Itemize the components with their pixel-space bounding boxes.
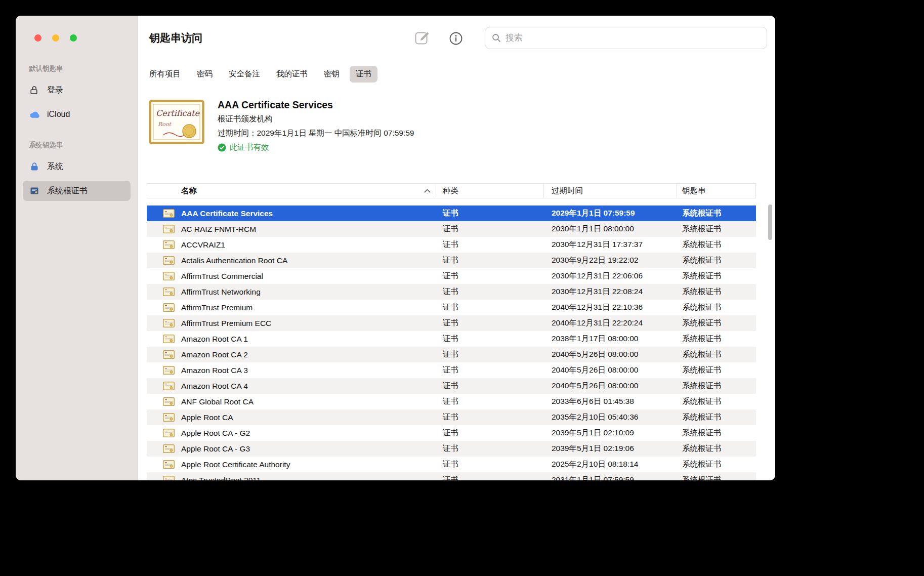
unlocked-padlock-icon: [29, 85, 40, 95]
row-name-cell: AC RAIZ FNMT-RCM: [147, 225, 436, 234]
row-name: AffirmTrust Premium ECC: [181, 319, 271, 328]
tab-all-items[interactable]: 所有项目: [143, 66, 187, 83]
table-row[interactable]: AffirmTrust Premium ECC 证书 2040年12月31日 2…: [147, 315, 756, 331]
certificate-detail-text: AAA Certificate Services 根证书颁发机构 过期时间：20…: [218, 98, 414, 154]
table-row[interactable]: AffirmTrust Premium 证书 2040年12月31日 22:10…: [147, 300, 756, 315]
row-name: AC RAIZ FNMT-RCM: [181, 225, 256, 234]
table-header: 名称 种类 过期时间 钥匙串: [147, 183, 756, 198]
row-kind: 证书: [436, 396, 544, 407]
row-name-cell: Apple Root CA - G2: [147, 429, 436, 438]
column-header-name[interactable]: 名称: [147, 184, 436, 198]
column-header-label: 种类: [443, 186, 458, 196]
row-kind: 证书: [436, 208, 544, 219]
table-row[interactable]: Amazon Root CA 3 证书 2040年5月26日 08:00:00 …: [147, 362, 756, 378]
sidebar-item-system[interactable]: 系统: [23, 156, 131, 177]
table-row[interactable]: Apple Root Certificate Authority 证书 2025…: [147, 457, 756, 472]
sidebar-item-label: iCloud: [47, 110, 70, 119]
row-name: ANF Global Root CA: [181, 397, 254, 406]
row-name: Amazon Root CA 2: [181, 350, 248, 359]
sidebar-item-label: 系统: [47, 161, 63, 172]
tab-secure-notes[interactable]: 安全备注: [223, 66, 266, 83]
row-expiry: 2029年1月1日 07:59:59: [544, 208, 677, 219]
certificate-icon: [163, 303, 175, 312]
row-keychain: 系统根证书: [677, 318, 756, 328]
search-field: [485, 27, 767, 49]
page-title: 钥匙串访问: [149, 31, 202, 45]
certificate-icon: [163, 397, 175, 406]
table-row[interactable]: Apple Root CA - G3 证书 2039年5月1日 02:19:06…: [147, 441, 756, 457]
table-row[interactable]: AffirmTrust Commercial 证书 2030年12月31日 22…: [147, 268, 756, 284]
certificate-icon: [29, 186, 40, 196]
locked-padlock-icon: [29, 161, 40, 172]
table-row[interactable]: ANF Global Root CA 证书 2033年6月6日 01:45:38…: [147, 394, 756, 409]
certificate-icon: [163, 476, 175, 480]
table-row[interactable]: AAA Certificate Services 证书 2029年1月1日 07…: [147, 205, 756, 221]
keychain-access-window: 默认钥匙串 登录: [16, 16, 775, 480]
tab-keys[interactable]: 密钥: [318, 66, 346, 83]
column-header-keychain[interactable]: 钥匙串: [677, 184, 756, 198]
table-row[interactable]: Amazon Root CA 1 证书 2038年1月17日 08:00:00 …: [147, 331, 756, 347]
row-kind: 证书: [436, 318, 544, 328]
row-name-cell: AffirmTrust Premium ECC: [147, 319, 436, 328]
row-name-cell: ANF Global Root CA: [147, 397, 436, 406]
scrollbar-thumb[interactable]: [768, 204, 772, 240]
table-row[interactable]: Atos TrustedRoot 2011 证书 2031年1月1日 07:59…: [147, 472, 756, 480]
certificate-icon: [163, 319, 175, 327]
zoom-button[interactable]: [70, 34, 77, 42]
column-header-kind[interactable]: 种类: [436, 184, 544, 198]
table-row[interactable]: Amazon Root CA 4 证书 2040年5月26日 08:00:00 …: [147, 378, 756, 394]
row-kind: 证书: [436, 255, 544, 266]
certificate-icon: [163, 209, 175, 218]
compose-button[interactable]: [415, 30, 430, 45]
row-expiry: 2030年9月22日 19:22:02: [544, 255, 677, 266]
tab-passwords[interactable]: 密码: [191, 66, 219, 83]
certificate-expiry: 过期时间：2029年1月1日 星期一 中国标准时间 07:59:59: [218, 126, 414, 140]
row-name: Atos TrustedRoot 2011: [181, 476, 261, 481]
table-row[interactable]: ACCVRAIZ1 证书 2030年12月31日 17:37:37 系统根证书: [147, 237, 756, 253]
row-kind: 证书: [436, 365, 544, 376]
table-row[interactable]: AC RAIZ FNMT-RCM 证书 2030年1月1日 08:00:00 系…: [147, 221, 756, 237]
certificate-icon: [163, 240, 175, 249]
table-row[interactable]: Apple Root CA - G2 证书 2039年5月1日 02:10:09…: [147, 425, 756, 441]
row-expiry: 2039年5月1日 02:10:09: [544, 428, 677, 438]
row-kind: 证书: [436, 271, 544, 281]
close-button[interactable]: [34, 34, 41, 42]
row-name-cell: Amazon Root CA 4: [147, 382, 436, 391]
row-expiry: 2040年5月26日 08:00:00: [544, 381, 677, 391]
table-row[interactable]: Apple Root CA 证书 2035年2月10日 05:40:36 系统根…: [147, 409, 756, 425]
row-name: Amazon Root CA 3: [181, 366, 248, 375]
row-expiry: 2040年5月26日 08:00:00: [544, 349, 677, 360]
column-header-label: 名称: [181, 186, 197, 196]
certificate-status-label: 此证书有效: [230, 142, 269, 153]
table-row[interactable]: AffirmTrust Networking 证书 2030年12月31日 22…: [147, 284, 756, 300]
tab-certificates[interactable]: 证书: [350, 66, 377, 83]
sidebar-item-icloud[interactable]: iCloud: [23, 104, 131, 125]
search-input[interactable]: [506, 33, 760, 43]
table-row[interactable]: Actalis Authentication Root CA 证书 2030年9…: [147, 253, 756, 268]
info-button[interactable]: [449, 31, 463, 46]
row-name-cell: AffirmTrust Networking: [147, 287, 436, 297]
row-kind: 证书: [436, 443, 544, 454]
column-header-expires[interactable]: 过期时间: [544, 184, 677, 198]
row-keychain: 系统根证书: [677, 365, 756, 376]
sidebar-item-system-roots[interactable]: 系统根证书: [23, 181, 131, 201]
table-row[interactable]: Amazon Root CA 2 证书 2040年5月26日 08:00:00 …: [147, 347, 756, 362]
row-keychain: 系统根证书: [677, 412, 756, 423]
row-name: Apple Root Certificate Authority: [181, 460, 290, 469]
row-name-cell: AffirmTrust Premium: [147, 303, 436, 312]
certificate-icon: [163, 444, 175, 453]
sort-ascending-icon: [424, 189, 431, 193]
tab-my-certificates[interactable]: 我的证书: [270, 66, 314, 83]
svg-text:Root: Root: [158, 121, 172, 128]
row-expiry: 2030年12月31日 22:06:06: [544, 271, 677, 281]
row-name-cell: Amazon Root CA 1: [147, 335, 436, 344]
minimize-button[interactable]: [52, 34, 59, 42]
compose-icon: [415, 38, 430, 46]
certificate-detail: Certificate Root AAA Certificate Service…: [149, 98, 414, 154]
sidebar-item-login[interactable]: 登录: [23, 80, 131, 100]
row-name-cell: Actalis Authentication Root CA: [147, 256, 436, 265]
certificate-icon: [163, 413, 175, 422]
row-keychain: 系统根证书: [677, 381, 756, 391]
row-name: Apple Root CA - G2: [181, 429, 250, 438]
certificate-icon: [163, 225, 175, 233]
